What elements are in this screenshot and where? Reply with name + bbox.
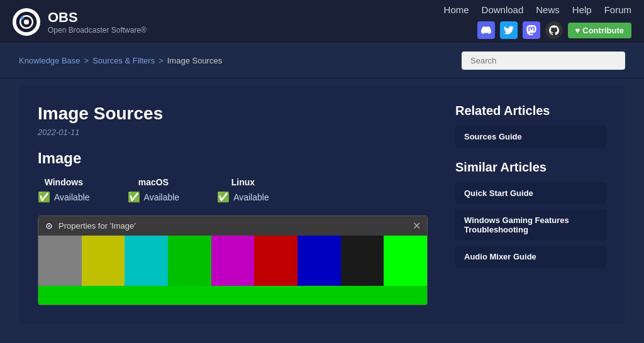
nav-forum[interactable]: Forum: [604, 4, 631, 15]
svg-point-3: [21, 16, 24, 19]
nav-links: Home Download News Help Forum ♥ Contribu…: [444, 4, 631, 39]
nav-news[interactable]: News: [536, 4, 560, 15]
os-macos-label: macOS: [138, 177, 169, 187]
nav-top-links: Home Download News Help Forum: [444, 4, 631, 15]
related-articles-title: Related Articles: [455, 104, 606, 118]
obs-titlebar-icon: [45, 222, 53, 231]
color-bar-6: [254, 236, 297, 286]
breadcrumb-bar: Knowledge Base > Sources & Filters > Ima…: [0, 44, 644, 79]
breadcrumb-current: Image Sources: [167, 56, 222, 65]
os-linux-available: ✅ Available: [217, 191, 269, 203]
nav-bottom-links: ♥ Contribute: [477, 21, 631, 39]
color-bar-7: [297, 236, 341, 286]
close-button[interactable]: ✕: [413, 220, 421, 232]
properties-titlebar: Properties for 'Image' ✕: [38, 216, 427, 236]
color-bar-green: [384, 236, 427, 286]
color-bar-8: [341, 236, 384, 286]
properties-window-title: Properties for 'Image': [58, 221, 136, 231]
article-body: Image Sources 2022-01-11 Image Windows ✅…: [38, 104, 430, 305]
logo-sub-text: Open Broadcaster Software®: [48, 26, 147, 35]
contribute-button[interactable]: ♥ Contribute: [568, 23, 631, 38]
sidebar-audio-mixer-guide[interactable]: Audio Mixer Guide: [455, 246, 606, 268]
logo-text: OBS Open Broadcaster Software®: [48, 9, 147, 35]
svg-point-6: [48, 225, 50, 227]
breadcrumb-sources-filters[interactable]: Sources & Filters: [92, 56, 155, 65]
breadcrumb-knowledge-base[interactable]: Knowledge Base: [19, 56, 80, 65]
nav-download[interactable]: Download: [482, 4, 524, 15]
breadcrumb-sep-2: >: [158, 56, 164, 65]
sidebar-sources-guide[interactable]: Sources Guide: [455, 126, 606, 148]
nav-help[interactable]: Help: [572, 4, 592, 15]
sidebar-windows-gaming[interactable]: Windows Gaming Features Troubleshooting: [455, 209, 606, 241]
twitter-button[interactable]: [500, 21, 518, 39]
check-icon-macos: ✅: [128, 191, 140, 203]
similar-articles-title: Similar Articles: [455, 160, 606, 175]
logo-area: OBS Open Broadcaster Software®: [13, 8, 147, 36]
main-area: Image Sources 2022-01-11 Image Windows ✅…: [0, 85, 644, 343]
os-compatibility: Windows ✅ Available macOS ✅ Available Li…: [38, 177, 430, 203]
os-macos: macOS ✅ Available: [128, 177, 180, 203]
os-windows: Windows ✅ Available: [38, 177, 90, 203]
color-bars: [38, 236, 427, 286]
nav-home[interactable]: Home: [444, 4, 469, 15]
os-linux-label: Linux: [231, 177, 255, 187]
content-wrapper: Image Sources 2022-01-11 Image Windows ✅…: [19, 85, 625, 324]
os-macos-available: ✅ Available: [128, 191, 180, 203]
svg-point-2: [24, 19, 29, 24]
check-icon-windows: ✅: [38, 191, 50, 203]
github-button[interactable]: [545, 21, 563, 39]
os-windows-available: ✅ Available: [38, 191, 90, 203]
discord-button[interactable]: [477, 21, 495, 39]
color-bar-5: [211, 236, 255, 286]
os-windows-label: Windows: [45, 177, 83, 187]
top-navigation: OBS Open Broadcaster Software® Home Down…: [0, 0, 644, 44]
properties-window: Properties for 'Image' ✕: [38, 215, 428, 305]
article-date: 2022-01-11: [38, 128, 430, 137]
logo-main-text: OBS: [48, 9, 147, 26]
breadcrumb: Knowledge Base > Sources & Filters > Ima…: [19, 56, 222, 65]
os-linux: Linux ✅ Available: [217, 177, 269, 203]
breadcrumb-sep-1: >: [84, 56, 89, 65]
heart-icon: ♥: [575, 26, 580, 35]
color-bar-1: [38, 236, 82, 286]
color-bar-3: [125, 236, 168, 286]
section-title: Image: [38, 150, 430, 167]
article-title: Image Sources: [38, 104, 430, 124]
sidebar: Related Articles Sources Guide Similar A…: [455, 104, 606, 305]
mastodon-button[interactable]: [523, 21, 540, 39]
check-icon-linux: ✅: [217, 191, 230, 203]
color-bar-2: [82, 236, 125, 286]
color-bar-4: [168, 236, 211, 286]
green-bottom-bar: [38, 286, 427, 305]
search-input[interactable]: [462, 52, 625, 70]
sidebar-quick-start-guide[interactable]: Quick Start Guide: [455, 182, 606, 204]
logo-icon: [13, 8, 40, 36]
